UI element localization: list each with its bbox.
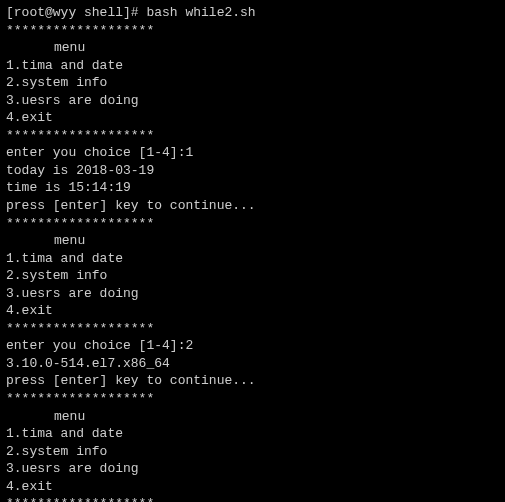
choice-input-1: 1 <box>185 145 193 160</box>
menu-item-2: 2.system info <box>6 74 499 92</box>
menu-title: menu <box>6 408 499 426</box>
shell-prompt: [root@wyy shell]# <box>6 5 146 20</box>
menu-title: menu <box>6 39 499 57</box>
menu-item-2: 2.system info <box>6 267 499 285</box>
continue-prompt-2: press [enter] key to continue... <box>6 372 499 390</box>
separator: ******************* <box>6 390 499 408</box>
separator: ******************* <box>6 320 499 338</box>
choice-input-2: 2 <box>185 338 193 353</box>
menu-item-1: 1.tima and date <box>6 57 499 75</box>
menu-item-4: 4.exit <box>6 302 499 320</box>
output-kernel: 3.10.0-514.el7.x86_64 <box>6 355 499 373</box>
choice-line-1[interactable]: enter you choice [1-4]:1 <box>6 144 499 162</box>
menu-item-3: 3.uesrs are doing <box>6 460 499 478</box>
menu-item-3: 3.uesrs are doing <box>6 285 499 303</box>
separator: ******************* <box>6 22 499 40</box>
menu-item-1: 1.tima and date <box>6 250 499 268</box>
continue-prompt-1: press [enter] key to continue... <box>6 197 499 215</box>
output-time: time is 15:14:19 <box>6 179 499 197</box>
menu-item-4: 4.exit <box>6 109 499 127</box>
output-date: today is 2018-03-19 <box>6 162 499 180</box>
menu-item-4: 4.exit <box>6 478 499 496</box>
menu-item-2: 2.system info <box>6 443 499 461</box>
menu-title: menu <box>6 232 499 250</box>
choice-line-2[interactable]: enter you choice [1-4]:2 <box>6 337 499 355</box>
choice-prompt: enter you choice [1-4]: <box>6 338 185 353</box>
separator: ******************* <box>6 127 499 145</box>
separator: ******************* <box>6 495 499 502</box>
separator: ******************* <box>6 215 499 233</box>
entered-command: bash while2.sh <box>146 5 255 20</box>
prompt-line: [root@wyy shell]# bash while2.sh <box>6 4 499 22</box>
choice-prompt: enter you choice [1-4]: <box>6 145 185 160</box>
menu-item-1: 1.tima and date <box>6 425 499 443</box>
menu-item-3: 3.uesrs are doing <box>6 92 499 110</box>
